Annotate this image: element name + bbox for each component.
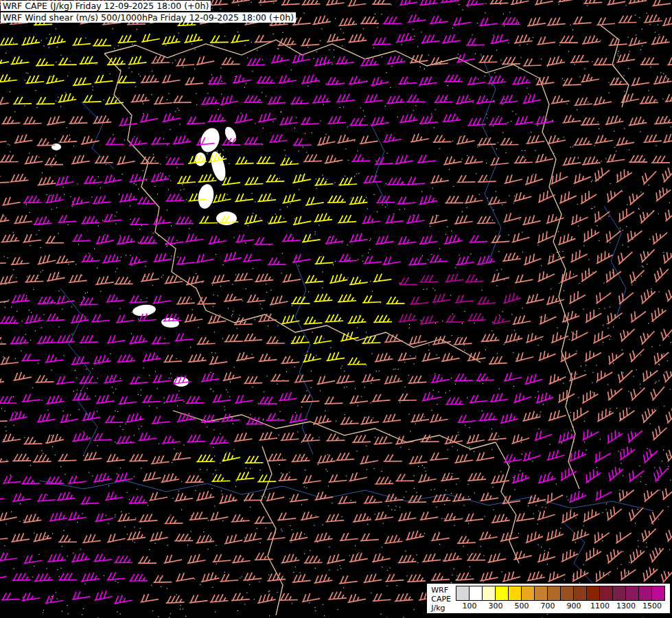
weather-map-frame: WRF CAPE (J/kg) Friday 12-09-2025 18:00 … (0, 0, 672, 618)
legend-scale: 100300500700900110013001500 (456, 586, 666, 611)
legend-color-cell (652, 586, 664, 600)
legend-color-cell (587, 586, 600, 600)
legend-color-cell (483, 586, 496, 600)
legend-color-bar (456, 586, 665, 601)
legend-color-cell (574, 586, 587, 600)
legend-label-units: J/kg (431, 604, 451, 613)
cape-white-patch (216, 211, 237, 225)
cape-white-patch (51, 144, 61, 150)
cape-white-patch (195, 152, 206, 166)
legend-color-cell (470, 586, 483, 600)
legend-tick-label: 100 (463, 602, 477, 610)
legend-color-cell (535, 586, 548, 600)
legend-color-cell (613, 586, 626, 600)
legend-color-cell (456, 586, 470, 600)
legend-tick-row: 100300500700900110013001500 (456, 602, 666, 611)
legend-color-cell (626, 586, 639, 600)
legend-color-cell (496, 586, 509, 600)
title-wind-shear: WRF Wind shear (m/s) 500/1000hPa Friday … (1, 12, 296, 23)
legend: WRF CAPE J/kg 10030050070090011001300150… (426, 583, 671, 614)
legend-tick-label: 1100 (590, 602, 610, 610)
legend-tick-label: 500 (515, 602, 529, 610)
legend-color-cell (561, 586, 574, 600)
legend-color-cell (522, 586, 535, 600)
weather-map (0, 0, 672, 618)
map-background (0, 0, 672, 618)
legend-labels: WRF CAPE J/kg (431, 586, 451, 613)
legend-color-cell (639, 586, 652, 600)
legend-tick-label: 900 (567, 602, 581, 610)
legend-label-model: WRF (431, 586, 451, 595)
legend-color-cell (548, 586, 561, 600)
legend-tick-label: 1300 (616, 602, 636, 610)
legend-tick-label: 300 (489, 602, 503, 610)
legend-tick-label: 1500 (642, 602, 662, 610)
legend-tick-label: 700 (541, 602, 555, 610)
legend-label-variable: CAPE (431, 595, 451, 604)
title-cape: WRF CAPE (J/kg) Friday 12-09-2025 18:00 … (1, 1, 211, 11)
legend-color-cell (600, 586, 613, 600)
legend-color-cell (509, 586, 522, 600)
